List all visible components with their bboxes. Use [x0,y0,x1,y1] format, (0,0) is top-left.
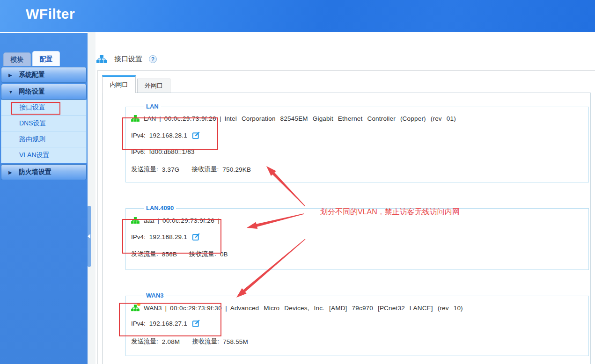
interface-mac: 00:0c:29:73:9f:30 [170,305,222,312]
interface-title-row: WAN3 | 00:0c:29:73:9f:30 | Advanced Micr… [131,305,463,312]
network-interface-icon [131,305,140,312]
interface-legend: WAN3 [144,292,166,299]
separator: | [218,217,220,224]
ipv4-label: IPv4: [131,233,146,240]
rx-value: 0B [220,251,228,258]
sidebar-menu: ▶系统配置▼网络设置接口设置DNS设置路由规则VLAN设置▶防火墙设置 [0,67,88,181]
traffic-row: 发送流量: 3.37G 接收流量: 750.29KB [131,165,251,174]
sidebar-tab-config[interactable]: 配置 [32,51,60,66]
rx-label: 接收流量: [192,337,219,346]
interface-legend: LAN.4090 [144,204,176,211]
ipv4-value: 192.168.29.1 [149,233,187,240]
separator: | [225,305,227,312]
interface-card: WAN3 WAN3 | 00:0c:29:73:9f:30 | Advanced… [125,296,589,356]
interface-title-row: aaa | 00:0c:29:73:9f:26 | [131,217,223,224]
ipv6-row: IPv6: fd00:db80::1/63 [131,148,195,155]
sidebar-subitem[interactable]: VLAN设置 [1,147,86,163]
ipv4-label: IPv4: [131,132,146,139]
wfilter-admin-page: WFilter 模块配置 ▶系统配置▼网络设置接口设置DNS设置路由规则VLAN… [0,0,595,364]
ipv6-value: fd00:db80::1/63 [149,148,195,155]
edit-ipv4-button[interactable] [192,233,200,241]
ipv4-label: IPv4: [131,320,146,327]
traffic-row: 发送流量: 2.08M 接收流量: 758.55M [131,337,248,346]
chevron-left-icon [88,234,90,239]
tab-internal-ports[interactable]: 内网口 [102,75,136,93]
network-interface-icon [131,217,140,224]
traffic-row: 发送流量: 856B 接收流量: 0B [131,250,228,258]
interface-card: LAN LAN | 00:0c:29:73:9f:26 | Intel Corp… [125,107,589,182]
interface-mac: 00:0c:29:73:9f:26 [164,115,216,122]
sidebar-tab-modules[interactable]: 模块 [3,52,31,66]
network-interface-icon [131,115,140,122]
sidebar-tabbar: 模块配置 [0,51,88,66]
tx-label: 发送流量: [131,165,158,174]
ipv4-row: IPv4: 192.168.29.1 [131,233,200,241]
ipv4-value: 192.168.28.1 [149,132,187,139]
interface-description: Intel Corporation 82545EM Gigabit Ethern… [224,115,455,122]
help-icon[interactable]: ? [149,55,157,63]
separator: | [165,305,167,312]
sidebar-group-header[interactable]: ▶系统配置 [1,67,87,83]
interface-name: WAN3 [144,305,162,312]
sidebar-subitem[interactable]: 接口设置 [1,100,86,115]
interface-description: Advanced Micro Devices, Inc. [AMD] 79c97… [230,305,463,312]
separator: | [158,217,160,224]
tx-label: 发送流量: [131,337,158,346]
sidebar-submenu: 接口设置DNS设置路由规则VLAN设置 [1,100,87,163]
rx-label: 接收流量: [189,250,216,258]
brand-logo: WFilter [26,6,75,22]
separator: | [159,115,161,122]
sidebar: 模块配置 ▶系统配置▼网络设置接口设置DNS设置路由规则VLAN设置▶防火墙设置 [0,32,88,364]
sidebar-group-label: 网络设置 [19,87,45,96]
sidebar-gutter [88,32,95,364]
edit-ipv4-button[interactable] [192,320,200,328]
ipv4-value: 192.168.27.1 [149,320,187,327]
tab-external-ports[interactable]: 外网口 [137,79,170,93]
rx-value: 750.29KB [222,166,251,173]
ipv4-row: IPv4: 192.168.28.1 [131,131,200,139]
app-header: WFilter [0,0,595,32]
sidebar-group-label: 防火墙设置 [19,168,51,176]
sidebar-group-header[interactable]: ▶防火墙设置 [1,164,87,180]
tx-value: 2.08M [162,338,180,345]
chevron-right-icon: ▶ [8,73,19,78]
rx-label: 接收流量: [192,165,219,174]
rx-value: 758.55M [223,338,248,345]
separator: | [220,115,221,122]
chevron-right-icon: ▶ [8,170,19,175]
tx-label: 发送流量: [131,250,158,258]
sidebar-subitem[interactable]: DNS设置 [1,115,86,131]
page-title: 接口设置 [114,55,142,64]
status-dot [137,303,140,306]
sidebar-group-header[interactable]: ▼网络设置 [1,84,87,100]
interface-legend: LAN [144,103,161,110]
tx-value: 856B [162,251,177,258]
chevron-down-icon: ▼ [8,89,19,95]
interface-card: LAN.4090 aaa | 00:0c:29:73:9f:26 | IPv4:… [125,208,589,270]
interface-name: aaa [144,217,154,224]
sidebar-subitem[interactable]: 路由规则 [1,131,86,147]
ipv6-label: IPv6: [131,148,146,155]
tx-value: 3.37G [162,166,180,173]
ipv4-row: IPv4: 192.168.27.1 [131,320,200,328]
interfaces-icon [96,55,107,64]
sidebar-group-label: 系统配置 [19,71,45,79]
interface-mac: 00:0c:29:73:9f:26 [162,217,214,224]
edit-ipv4-button[interactable] [192,131,200,139]
interface-title-row: LAN | 00:0c:29:73:9f:26 | Intel Corporat… [131,115,456,122]
interface-name: LAN [144,115,156,122]
collapse-sidebar-handle[interactable] [88,206,91,267]
page-title-row: 接口设置 ? [96,53,157,65]
